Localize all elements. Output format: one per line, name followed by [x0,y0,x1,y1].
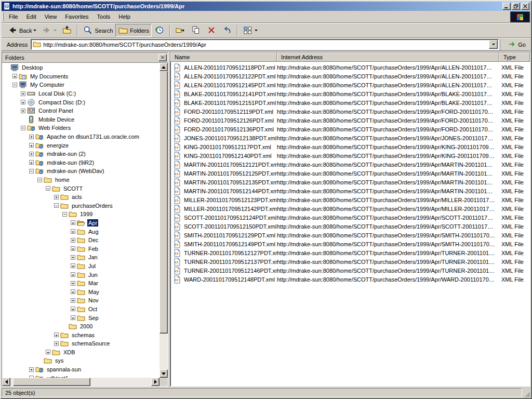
file-row[interactable]: SCOTT-2001101709512124PDT.xmlhttp://mdra… [170,213,530,222]
tree-item-home[interactable]: −home [2,176,159,184]
collapse-minus-toggle[interactable]: − [54,203,59,208]
expand-plus-toggle[interactable]: + [71,220,75,225]
tree-item-schemasource[interactable]: +schemaSource [2,339,159,348]
views-button[interactable] [240,24,260,37]
expand-plus-toggle[interactable]: + [71,255,75,260]
scroll-track[interactable] [159,71,168,369]
menu-view[interactable]: View [41,11,61,22]
tree-item-desktop[interactable]: Desktop [2,63,159,72]
forward-dropdown-icon[interactable] [54,30,57,31]
tree-item-may[interactable]: +May [2,287,159,296]
search-button[interactable]: Search [80,24,115,37]
back-dropdown-icon[interactable] [33,30,36,31]
tree-item-my-computer[interactable]: −My Computer [2,81,159,89]
scroll-up-button[interactable] [159,63,168,71]
expand-plus-toggle[interactable]: + [54,341,59,346]
expand-plus-toggle[interactable]: + [12,74,17,78]
tree-item-mdrake-sun-9ir2[interactable]: +mdrake-sun (9iR2) [2,158,159,167]
file-row[interactable]: WARD-2001101709512148PDT.xmlhttp://mdrak… [170,275,530,284]
tree-item-sys[interactable]: sys [2,356,159,365]
expand-plus-toggle[interactable]: + [71,246,75,251]
file-row[interactable]: MILLER-2001101709512123PDT.xmlhttp://mdr… [170,195,530,204]
menubar-grip[interactable] [2,12,4,21]
go-button[interactable]: Go [504,39,529,50]
file-row[interactable]: KING-2001101709512117PDT.xmlhttp://mdrak… [170,142,530,151]
tree-item-1999[interactable]: −1999 [2,210,159,219]
collapse-minus-toggle[interactable]: − [29,169,34,174]
expand-plus-toggle[interactable]: + [21,109,25,113]
expand-plus-toggle[interactable]: + [29,135,34,139]
delete-button[interactable] [204,24,219,37]
tree-item-oct[interactable]: +Oct [2,305,159,314]
expand-plus-toggle[interactable]: + [71,229,75,234]
views-dropdown-icon[interactable] [255,30,258,31]
file-row[interactable]: TURNER-2001101709512127PDT.xmlhttp://mdr… [170,248,530,257]
tree-item-web-folders[interactable]: −Web Folders [2,124,159,132]
file-row[interactable]: MARTIN-2001101709512125PDT.xmlhttp://mdr… [170,169,530,178]
tree-item-jun[interactable]: +Jun [2,270,159,279]
copy-to-button[interactable] [188,24,204,37]
tree-item-apr[interactable]: +Apr [2,219,159,228]
column-header-type[interactable]: Type [499,52,530,62]
address-input[interactable]: http://mdrake-sun:8080/home/SCOTT/purcha… [31,39,499,50]
file-row[interactable]: JONES-2001101709512138PDT.xmlhttp://mdra… [170,134,530,142]
tree-item-mobile-device[interactable]: Mobile Device [2,115,159,124]
tree-item-xdbtest1[interactable]: +xdbtest1 [2,374,159,378]
tree-item-compact-disc-d[interactable]: +Compact Disc (D:) [2,98,159,107]
forward-button[interactable] [39,24,59,37]
tree-item-aug[interactable]: +Aug [2,227,159,236]
file-row[interactable]: FORD-2001101709512126PDT.xmlhttp://mdrak… [170,116,530,125]
expand-plus-toggle[interactable]: + [29,143,34,148]
file-row[interactable]: KING-2001101709512140PDT.xmlhttp://mdrak… [170,151,530,160]
expand-plus-toggle[interactable]: + [71,281,75,286]
tree-item-my-documents[interactable]: +My Documents [2,72,159,81]
address-dropdown-button[interactable] [489,40,498,49]
history-button[interactable] [152,24,167,37]
folders-button[interactable]: Folders [115,24,152,37]
expand-plus-toggle[interactable]: + [29,152,34,156]
tree-item-dec[interactable]: +Dec [2,236,159,245]
expand-plus-toggle[interactable]: + [71,263,75,268]
tree-item-xdb[interactable]: +XDB [2,348,159,357]
tree-item-scott[interactable]: −SCOTT [2,184,159,193]
tree-item-apache-on-dlsun1731-us-oracle-com[interactable]: +Apache on dlsun1731.us.oracle.com [2,132,159,141]
restore-button[interactable] [512,3,520,10]
resize-grip[interactable] [523,388,530,397]
file-row[interactable]: BLAKE-2001101709512141PDT.xmlhttp://mdra… [170,89,530,98]
expand-plus-toggle[interactable]: + [71,289,75,294]
column-header-name[interactable]: Name [170,52,277,62]
file-row[interactable]: MARTIN-2001101709512135PDT.xmlhttp://mdr… [170,178,530,187]
tree-item-jan[interactable]: +Jan [2,253,159,262]
column-header-internet-address[interactable]: Internet Address [277,52,499,62]
tree-item-spannala-sun[interactable]: +spannala-sun [2,365,159,374]
collapse-minus-toggle[interactable]: − [37,178,42,182]
menu-file[interactable]: File [5,11,22,22]
scroll-down-button[interactable] [159,369,168,378]
file-row[interactable]: MILLER-2001101709512142PDT.xmlhttp://mdr… [170,204,530,213]
collapse-minus-toggle[interactable]: − [21,126,25,130]
tree-item-purchaseorders[interactable]: −purchaseOrders [2,202,159,210]
file-row[interactable]: MARTIN-2001101709512144PDT.xmlhttp://mdr… [170,187,530,195]
folders-pane-close-button[interactable] [158,54,167,61]
expand-plus-toggle[interactable]: + [71,298,75,303]
scroll-thumb[interactable] [13,378,90,386]
tree-horizontal-scrollbar[interactable] [2,378,159,386]
tree-item-control-panel[interactable]: +Control Panel [2,107,159,115]
expand-plus-toggle[interactable]: + [71,238,75,243]
menu-help[interactable]: Help [114,11,135,22]
collapse-minus-toggle[interactable]: − [62,212,67,217]
minimize-button[interactable] [502,3,511,10]
file-row[interactable]: FORD-2001101709512136PDT.xmlhttp://mdrak… [170,125,530,134]
file-row[interactable]: FORD-2001101709512119PDT.xmlhttp://mdrak… [170,107,530,116]
expand-plus-toggle[interactable]: + [54,195,59,200]
tree-item-nov[interactable]: +Nov [2,296,159,305]
close-button[interactable] [521,3,529,10]
back-button[interactable]: Back [5,24,39,37]
menu-tools[interactable]: Tools [93,11,115,22]
expand-plus-toggle[interactable]: + [46,350,50,354]
tree-item-mar[interactable]: +Mar [2,279,159,288]
expand-plus-toggle[interactable]: + [21,100,25,104]
tree-item-acls[interactable]: +acls [2,193,159,202]
expand-plus-toggle[interactable]: + [71,307,75,311]
expand-plus-toggle[interactable]: + [71,272,75,277]
